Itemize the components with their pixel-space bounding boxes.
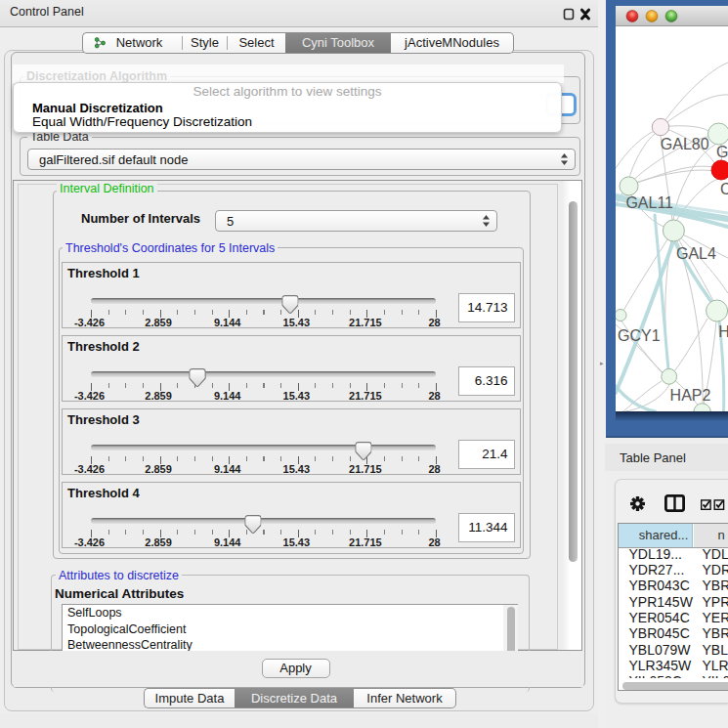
svg-text:GCY1: GCY1: [618, 327, 661, 344]
svg-text:GAL11: GAL11: [625, 194, 673, 211]
svg-text:GAL4: GAL4: [676, 245, 716, 262]
svg-text:H: H: [718, 323, 728, 340]
svg-text:GAL80: GAL80: [661, 136, 709, 152]
svg-text:HAP2: HAP2: [670, 387, 711, 404]
svg-text:C: C: [720, 181, 728, 197]
svg-text:GA: GA: [716, 144, 728, 160]
